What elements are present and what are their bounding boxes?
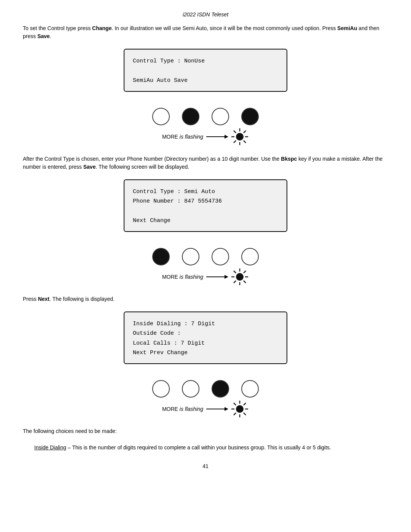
screen3-line4: Next Prev Change (133, 348, 278, 358)
screen3: Inside Dialing : 7 Digit Outside Code : … (124, 312, 287, 364)
screen1: Control Type : NonUse SemiAu Auto Save (124, 49, 287, 92)
paragraph3: Press Next. The following is displayed. (23, 295, 388, 303)
screen1-line2 (133, 66, 278, 76)
page-title: i2022 ISDN Teleset (23, 11, 388, 18)
more-row-1: MORE is flashing (124, 128, 287, 146)
button-1-3[interactable] (212, 108, 229, 125)
screen1-line1: Control Type : NonUse (133, 56, 278, 66)
svg-point-13 (236, 273, 244, 281)
button-2-3[interactable] (212, 248, 229, 265)
buttons-row-1 (124, 108, 287, 125)
bullet1: Inside Dialing – This is the number of d… (34, 444, 388, 452)
screen2: Control Type : Semi Auto Phone Number : … (124, 179, 287, 232)
sun-flashing-2 (231, 268, 249, 286)
buttons-row-3 (124, 380, 287, 398)
svg-line-31 (244, 403, 246, 405)
button-3-1[interactable] (152, 380, 170, 398)
buttons-row-2 (124, 248, 287, 265)
svg-point-2 (236, 133, 244, 141)
button-1-4[interactable] (241, 108, 259, 125)
svg-marker-23 (225, 407, 228, 411)
svg-marker-1 (225, 135, 228, 139)
svg-line-21 (234, 281, 236, 283)
button-2-1[interactable] (152, 248, 170, 265)
bullet1-term: Inside Dialing (34, 444, 66, 451)
screen3-line1: Inside Dialing : 7 Digit (133, 319, 278, 329)
svg-line-18 (234, 271, 236, 273)
svg-marker-12 (225, 275, 228, 279)
screen2-line1: Control Type : Semi Auto (133, 187, 278, 197)
page-number: 41 (23, 463, 388, 469)
svg-line-9 (244, 131, 246, 133)
svg-line-10 (234, 141, 236, 143)
svg-line-8 (244, 141, 246, 143)
paragraph4: The following choices need to be made: (23, 427, 388, 435)
screen2-line4: Next Change (133, 216, 278, 226)
svg-point-24 (236, 405, 244, 413)
sun-flashing-1 (231, 128, 249, 146)
button-1-2[interactable] (182, 108, 199, 125)
intro-paragraph: To set the Control type press Change. In… (23, 24, 388, 40)
screen2-line2: Phone Number : 847 5554736 (133, 197, 278, 206)
more-row-3: MORE is flashing (124, 400, 287, 418)
svg-line-29 (234, 403, 236, 405)
screen2-line3 (133, 206, 278, 216)
button-3-4[interactable] (241, 380, 259, 398)
svg-line-30 (244, 413, 246, 415)
screen3-line3: Local Calls : 7 Digit (133, 339, 278, 348)
button-1-1[interactable] (152, 108, 170, 125)
svg-line-19 (244, 281, 246, 283)
svg-line-7 (234, 131, 236, 133)
button-3-3[interactable] (212, 380, 229, 398)
button-2-2[interactable] (182, 248, 199, 265)
svg-line-20 (244, 271, 246, 273)
paragraph2: After the Control Type is chosen, enter … (23, 155, 388, 171)
more-row-2: MORE is flashing (124, 268, 287, 286)
screen3-line2: Outside Code : (133, 329, 278, 339)
sun-flashing-3 (231, 400, 249, 418)
screen1-line3: SemiAu Auto Save (133, 76, 278, 86)
button-3-2[interactable] (182, 380, 199, 398)
button-2-4[interactable] (241, 248, 259, 265)
svg-line-32 (234, 413, 236, 415)
